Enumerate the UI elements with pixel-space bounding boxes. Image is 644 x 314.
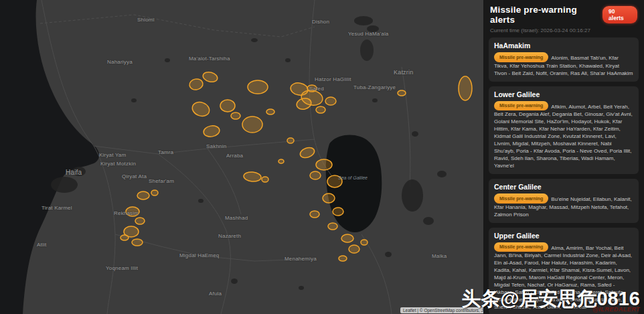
map-place-label: Sakhnin [206,143,226,149]
map-place-label: Nazareth [218,233,241,239]
current-time: Current time (Israel): 2026-03-24 00:16:… [490,27,637,33]
map-place-label: Kiryat Yam [99,152,126,158]
missile-pre-warning-badge: Missile pre-warning [494,193,548,204]
map-place-label: Migdal HaEmeq [179,252,220,258]
map-place-label: Qiryat Ata [122,173,147,179]
card-locations: Alma, Amirim, Bar Yochai, Beit Jann, Bi'… [494,244,632,310]
missile-pre-warning-badge: Missile pre-warning [494,242,548,252]
card-title: Lower Galilee [494,90,633,98]
alert-card-upper-galilee[interactable]: Upper Galilee Missile pre-warningAlma, A… [489,228,639,314]
mediterranean-sea [0,0,99,314]
map-place-label: Rekhasim [114,210,139,216]
map-place-label: Safed [309,86,324,92]
alerts-panel: Missile pre-warning alerts 90 alerts Cur… [483,0,644,314]
alerts-count-badge: 90 alerts [602,6,637,23]
alert-map[interactable]: ShlomiNahariyyaMa'alot-TarshihaDishonYes… [0,0,483,314]
map-place-label: Haifa [66,169,82,176]
map-place-label: Tamra [158,149,173,155]
map-place-label: Tuba-Zangariyye [353,84,396,90]
sea-of-galilee-label: Sea of Galilee [338,175,368,180]
missile-pre-warning-badge: Missile pre-warning [494,52,548,62]
map-place-label: Arraba [226,153,243,159]
missile-pre-warning-badge: Missile pre-warning [494,101,548,111]
map-place-label: Nahariyya [107,59,133,65]
map-place-label: Dishon [312,19,329,25]
alert-card-center-galilee[interactable]: Center Galilee Missile pre-warningBu'ein… [489,179,639,223]
map-place-label: Malka [432,253,447,259]
panel-header: Missile pre-warning alerts 90 alerts [489,5,639,25]
map-place-label: Yoqneam Illit [106,265,138,271]
map-place-label: Shlomi [137,17,155,23]
map-place-label: Atlit [37,242,46,248]
map-place-label: Hatzor HaGlilit [315,76,351,82]
card-title: Center Galilee [494,183,633,191]
card-locations: Afikim, Alumot, Arbel, Beit Yerah, Beit … [494,103,633,169]
map-place-label: Afula [209,291,222,297]
map-place-label: Kiryat Motzkin [100,161,136,167]
alert-card-haamakim[interactable]: HaAmakim Missile pre-warningAlonim, Basm… [489,37,639,82]
map-place-label: Tirat Karmel [42,205,72,211]
card-title: HaAmakim [494,42,633,50]
map-place-label: Shefar'am [149,178,174,184]
map-place-label: Yesud HaMa'ala [348,31,389,37]
app-window: ShlomiNahariyyaMa'alot-TarshihaDishonYes… [0,0,644,314]
map-attribution[interactable]: Leaflet | © OpenStreetMap contributors, … [400,307,483,313]
map-place-label: Ma'alot-Tarshiha [189,56,230,62]
card-title: Upper Galilee [494,232,633,240]
map-place-label: Mashhad [225,215,248,221]
map-place-label: Katzrin [394,69,413,76]
map-place-label: Menahemiya [285,256,317,262]
panel-title: Missile pre-warning alerts [490,5,602,25]
alert-card-lower-galilee[interactable]: Lower Galilee Missile pre-warningAfikim,… [489,86,639,175]
